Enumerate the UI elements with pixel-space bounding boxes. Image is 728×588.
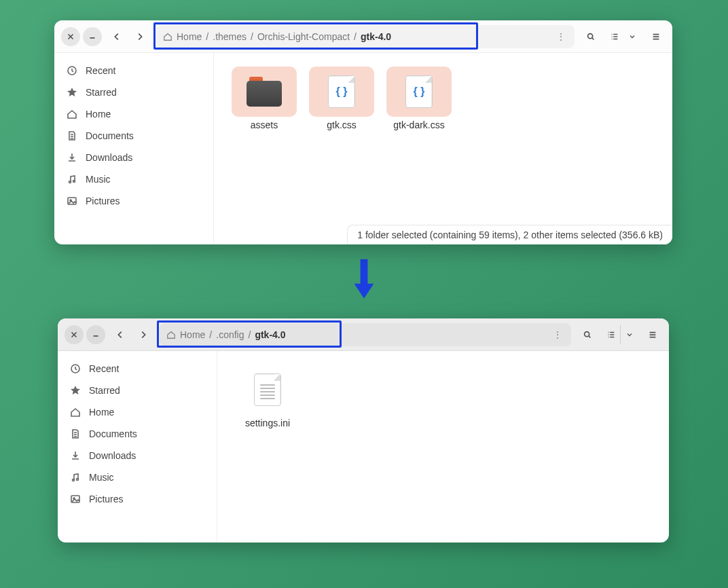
breadcrumb-current[interactable]: gtk-4.0 xyxy=(255,329,285,340)
file-item-css[interactable]: { } gtk.css xyxy=(309,67,374,132)
breadcrumb-home[interactable]: Home xyxy=(163,31,202,42)
sidebar-item-starred[interactable]: Starred xyxy=(58,380,217,401)
content-area[interactable]: settings.ini xyxy=(217,351,669,543)
file-label: assets xyxy=(232,120,297,132)
path-menu-button[interactable]: ⋮ xyxy=(551,329,564,340)
breadcrumb-current[interactable]: gtk-4.0 xyxy=(361,31,391,42)
breadcrumb-label: Home xyxy=(177,31,202,42)
breadcrumb-home[interactable]: Home xyxy=(166,329,205,340)
forward-button[interactable] xyxy=(134,325,153,344)
headerbar: Home / .config / gtk-4.0 ⋮ xyxy=(58,318,669,351)
download-icon xyxy=(67,152,77,163)
sidebar-item-documents[interactable]: Documents xyxy=(54,125,213,147)
star-icon xyxy=(67,87,77,98)
forward-button[interactable] xyxy=(130,27,149,46)
back-button[interactable] xyxy=(111,325,130,344)
headerbar: Home / .themes / Orchis-Light-Compact / … xyxy=(54,20,672,53)
search-button[interactable] xyxy=(581,27,600,46)
file-item-folder[interactable]: assets xyxy=(232,67,297,132)
sidebar-item-music[interactable]: Music xyxy=(58,466,217,488)
svg-point-2 xyxy=(69,181,71,183)
picture-icon xyxy=(67,196,77,206)
svg-point-0 xyxy=(588,33,593,38)
list-view-icon[interactable] xyxy=(606,27,623,46)
picture-icon xyxy=(70,494,81,504)
sidebar: Recent Starred Home Documents Downloads … xyxy=(58,351,217,543)
svg-point-9 xyxy=(77,479,79,481)
css-file-icon: { } xyxy=(405,75,433,108)
file-label: gtk-dark.css xyxy=(386,120,452,132)
chevron-down-icon[interactable] xyxy=(620,325,638,344)
text-file-icon xyxy=(254,373,281,406)
file-label: settings.ini xyxy=(235,418,300,430)
breadcrumb-seg[interactable]: .themes xyxy=(213,31,247,42)
file-manager-window-1: Home / .themes / Orchis-Light-Compact / … xyxy=(54,20,672,244)
view-switcher[interactable] xyxy=(602,325,638,344)
list-view-icon[interactable] xyxy=(602,325,620,344)
doc-icon xyxy=(70,428,81,439)
file-item-ini[interactable]: settings.ini xyxy=(235,365,300,430)
sidebar-item-documents[interactable]: Documents xyxy=(58,423,217,445)
close-button[interactable] xyxy=(61,27,80,46)
sidebar-item-home[interactable]: Home xyxy=(58,401,217,423)
sidebar-item-downloads[interactable]: Downloads xyxy=(58,445,217,466)
breadcrumb-seg[interactable]: .config xyxy=(216,329,244,340)
sidebar-item-downloads[interactable]: Downloads xyxy=(54,147,213,168)
download-icon xyxy=(70,450,81,461)
minimize-button[interactable] xyxy=(83,27,102,46)
svg-point-8 xyxy=(73,479,75,481)
breadcrumb-label: Home xyxy=(180,329,205,340)
svg-point-6 xyxy=(585,331,589,336)
file-item-css[interactable]: { } gtk-dark.css xyxy=(386,67,452,132)
sidebar: Recent Starred Home Documents Downloads … xyxy=(54,53,214,244)
sidebar-item-recent[interactable]: Recent xyxy=(58,358,217,380)
doc-icon xyxy=(67,130,77,141)
svg-point-3 xyxy=(73,181,75,183)
breadcrumb-seg[interactable]: Orchis-Light-Compact xyxy=(257,31,350,42)
hamburger-menu-button[interactable] xyxy=(643,325,662,344)
music-icon xyxy=(67,174,77,185)
sidebar-item-pictures[interactable]: Pictures xyxy=(54,190,213,212)
folder-icon xyxy=(247,77,282,107)
sidebar-item-recent[interactable]: Recent xyxy=(54,60,213,81)
view-switcher[interactable] xyxy=(606,27,641,46)
file-label: gtk.css xyxy=(309,120,374,132)
clock-icon xyxy=(67,65,77,76)
home-icon xyxy=(70,407,81,418)
content-area[interactable]: assets { } gtk.css { } gtk-dark.css 1 fo… xyxy=(214,53,672,244)
chevron-down-icon[interactable] xyxy=(623,27,641,46)
css-file-icon: { } xyxy=(328,75,355,108)
sidebar-item-home[interactable]: Home xyxy=(54,103,213,125)
arrow-annotation xyxy=(352,258,376,301)
file-manager-window-2: Home / .config / gtk-4.0 ⋮ Recent Starre… xyxy=(58,318,669,543)
path-bar[interactable]: Home / .config / gtk-4.0 ⋮ xyxy=(160,323,571,346)
clock-icon xyxy=(70,363,81,374)
home-icon xyxy=(67,109,77,120)
search-button[interactable] xyxy=(578,325,597,344)
sidebar-item-music[interactable]: Music xyxy=(54,168,213,190)
close-button[interactable] xyxy=(65,325,84,344)
hamburger-menu-button[interactable] xyxy=(647,27,666,46)
sidebar-item-pictures[interactable]: Pictures xyxy=(58,488,217,510)
sidebar-item-starred[interactable]: Starred xyxy=(54,81,213,103)
minimize-button[interactable] xyxy=(86,325,105,344)
path-bar[interactable]: Home / .themes / Orchis-Light-Compact / … xyxy=(156,25,575,48)
back-button[interactable] xyxy=(107,27,126,46)
star-icon xyxy=(70,385,81,396)
status-bar: 1 folder selected (containing 59 items),… xyxy=(347,225,672,244)
path-menu-button[interactable]: ⋮ xyxy=(554,31,568,42)
music-icon xyxy=(70,472,81,483)
